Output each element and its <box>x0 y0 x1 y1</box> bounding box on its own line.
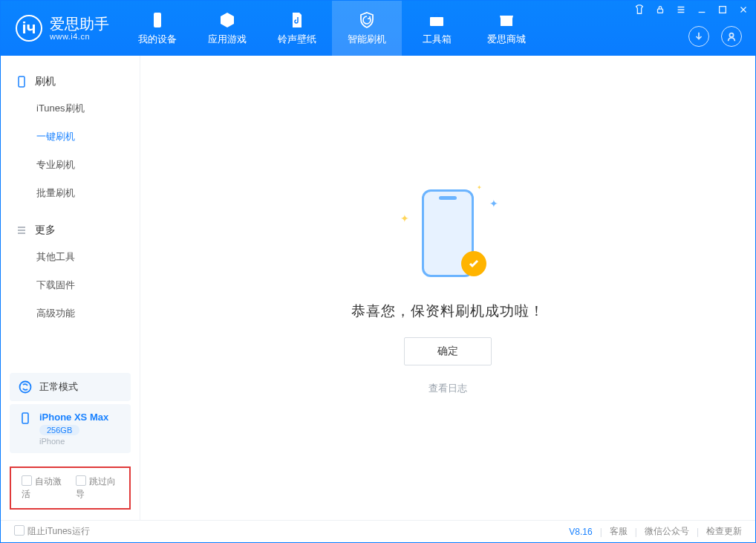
cube-icon <box>218 10 237 30</box>
minimize-icon[interactable] <box>696 4 708 16</box>
sparkle-icon: ✦ <box>489 198 498 209</box>
svg-rect-3 <box>720 7 726 13</box>
footer: 阻止iTunes运行 V8.16 | 客服 | 微信公众号 | 检查更新 <box>1 520 755 542</box>
device-card[interactable]: iPhone XS Max 256GB iPhone <box>10 404 131 453</box>
store-icon <box>497 10 516 30</box>
tab-my-device[interactable]: 我的设备 <box>123 1 192 56</box>
footer-right: V8.16 | 客服 | 微信公众号 | 检查更新 <box>569 525 742 538</box>
sidebar-scroll: 刷机 iTunes刷机 一键刷机 专业刷机 批量刷机 更多 其他工具 下载固件 … <box>1 56 140 370</box>
tab-toolbox[interactable]: 工具箱 <box>402 1 472 56</box>
device-type: iPhone <box>39 437 108 446</box>
music-file-icon <box>287 10 307 30</box>
shirt-icon[interactable] <box>633 4 645 16</box>
device-name: iPhone XS Max <box>39 412 108 423</box>
sidebar-item-batch-flash[interactable]: 批量刷机 <box>1 179 140 207</box>
success-illustration: ✦ ✦ ✦ <box>396 181 500 285</box>
sidebar-bottom: 正常模式 iPhone XS Max 256GB iPhone 自动激活 跳过向… <box>1 370 140 520</box>
download-button[interactable] <box>688 26 709 47</box>
mode-label: 正常模式 <box>39 380 78 394</box>
separator: | <box>697 527 699 537</box>
toolbox-icon <box>427 10 446 30</box>
refresh-icon <box>19 380 32 394</box>
tab-label: 应用游戏 <box>208 33 247 46</box>
logo-text: 爱思助手 www.i4.cn <box>50 16 109 41</box>
app-name: 爱思助手 <box>50 16 109 32</box>
highlighted-options: 自动激活 跳过向导 <box>10 466 131 510</box>
svg-point-6 <box>20 382 31 393</box>
mode-card[interactable]: 正常模式 <box>10 373 131 401</box>
list-icon <box>16 224 27 236</box>
check-update-link[interactable]: 检查更新 <box>706 525 742 538</box>
app-url: www.i4.cn <box>50 32 109 41</box>
svg-rect-0 <box>154 13 161 27</box>
checkbox-label: 阻止iTunes运行 <box>27 526 90 536</box>
shield-refresh-icon <box>357 10 377 30</box>
separator: | <box>600 527 602 537</box>
body: 刷机 iTunes刷机 一键刷机 专业刷机 批量刷机 更多 其他工具 下载固件 … <box>1 56 755 520</box>
group-title: 更多 <box>35 224 56 237</box>
success-message: 恭喜您，保资料刷机成功啦！ <box>351 302 544 321</box>
sparkle-icon: ✦ <box>400 212 409 224</box>
sidebar-item-download-firmware[interactable]: 下载固件 <box>1 271 140 299</box>
check-badge-icon <box>461 251 486 276</box>
sidebar-group-flash: 刷机 <box>1 69 140 94</box>
main-content: ✦ ✦ ✦ 恭喜您，保资料刷机成功啦！ 确定 查看日志 <box>140 56 755 520</box>
sparkle-icon: ✦ <box>477 184 482 191</box>
version-label: V8.16 <box>569 527 592 537</box>
menu-icon[interactable] <box>675 4 687 16</box>
device-info: iPhone XS Max 256GB iPhone <box>39 412 108 446</box>
tab-smart-flash[interactable]: 智能刷机 <box>332 1 402 56</box>
separator: | <box>635 527 637 537</box>
header: iч 爱思助手 www.i4.cn 我的设备 应用游戏 铃声壁纸 智能刷机 工具… <box>1 1 755 56</box>
lock-icon[interactable] <box>654 4 666 16</box>
sidebar: 刷机 iTunes刷机 一键刷机 专业刷机 批量刷机 更多 其他工具 下载固件 … <box>1 56 140 520</box>
header-right-icons <box>688 26 742 47</box>
block-itunes-checkbox[interactable]: 阻止iTunes运行 <box>14 525 90 538</box>
phone-icon <box>16 76 27 88</box>
maximize-icon[interactable] <box>717 4 729 16</box>
group-title: 刷机 <box>35 75 56 88</box>
user-button[interactable] <box>721 26 742 47</box>
tab-label: 我的设备 <box>138 33 177 46</box>
window-controls <box>633 4 749 16</box>
tab-label: 爱思商城 <box>487 33 526 46</box>
sidebar-item-oneclick-flash[interactable]: 一键刷机 <box>1 123 140 151</box>
auto-activate-checkbox[interactable]: 自动激活 <box>22 475 65 501</box>
skip-guide-checkbox[interactable]: 跳过向导 <box>76 475 120 501</box>
sidebar-item-itunes-flash[interactable]: iTunes刷机 <box>1 94 140 123</box>
tab-label: 铃声壁纸 <box>278 33 316 46</box>
sidebar-group-more: 更多 <box>1 218 140 243</box>
svg-rect-2 <box>658 9 663 13</box>
ok-button[interactable]: 确定 <box>404 337 492 365</box>
svg-rect-1 <box>430 17 443 26</box>
sidebar-item-advanced[interactable]: 高级功能 <box>1 299 140 328</box>
sidebar-item-other-tools[interactable]: 其他工具 <box>1 243 140 271</box>
svg-rect-5 <box>19 77 25 87</box>
device-storage: 256GB <box>39 425 79 435</box>
support-link[interactable]: 客服 <box>610 525 628 538</box>
logo-icon: iч <box>16 15 42 42</box>
wechat-link[interactable]: 微信公众号 <box>645 525 689 538</box>
view-log-link[interactable]: 查看日志 <box>428 382 467 395</box>
tab-label: 智能刷机 <box>348 33 386 46</box>
tab-ringtones-wallpapers[interactable]: 铃声壁纸 <box>262 1 332 56</box>
device-icon <box>148 10 167 30</box>
close-icon[interactable] <box>737 4 749 16</box>
sidebar-item-pro-flash[interactable]: 专业刷机 <box>1 151 140 179</box>
svg-rect-7 <box>22 413 28 423</box>
tab-label: 工具箱 <box>423 33 452 46</box>
logo[interactable]: iч 爱思助手 www.i4.cn <box>1 15 123 42</box>
svg-point-4 <box>729 33 733 37</box>
header-tabs: 我的设备 应用游戏 铃声壁纸 智能刷机 工具箱 爱思商城 <box>123 1 541 56</box>
tab-store[interactable]: 爱思商城 <box>472 1 541 56</box>
device-icon <box>19 412 32 425</box>
footer-left: 阻止iTunes运行 <box>14 525 90 538</box>
tab-apps-games[interactable]: 应用游戏 <box>192 1 262 56</box>
